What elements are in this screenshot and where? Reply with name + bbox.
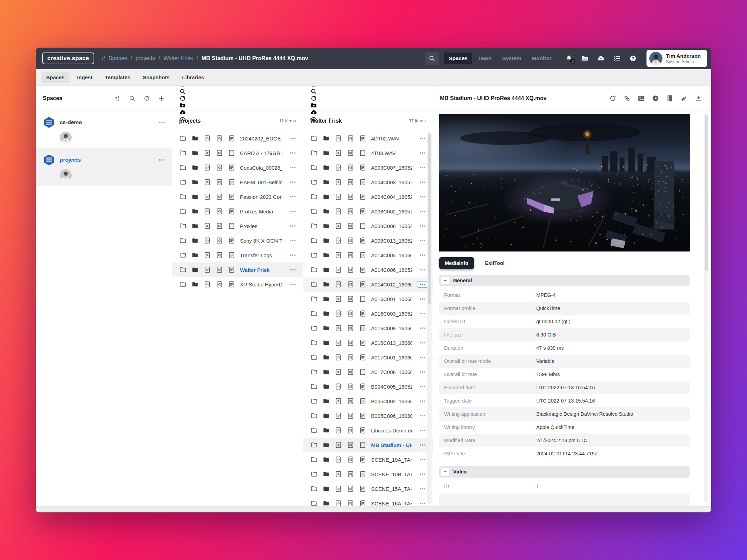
section-tab[interactable]: Ingest bbox=[72, 72, 97, 83]
more-actions-button[interactable] bbox=[417, 325, 429, 332]
user-menu[interactable]: Tim Anderson System Admin bbox=[646, 50, 707, 67]
collapse-button[interactable] bbox=[441, 277, 449, 284]
list-item[interactable]: Passion 2023 Conference bbox=[172, 189, 303, 204]
more-actions-button[interactable] bbox=[417, 339, 429, 346]
more-actions-button[interactable] bbox=[287, 266, 299, 273]
files-scrollbar[interactable] bbox=[427, 132, 432, 504]
more-actions-button[interactable] bbox=[287, 179, 299, 186]
more-actions-button[interactable] bbox=[417, 179, 429, 186]
library-button[interactable] bbox=[666, 95, 674, 102]
more-actions-button[interactable] bbox=[156, 119, 168, 126]
more-actions-button[interactable] bbox=[417, 237, 429, 244]
list-item[interactable]: B005C002_160604A9.mov bbox=[303, 394, 433, 408]
download-button[interactable] bbox=[694, 95, 702, 102]
list-item[interactable]: EAHM_001-Beltline_Lifestyle bbox=[172, 175, 303, 189]
more-actions-button[interactable] bbox=[417, 252, 429, 259]
more-actions-button[interactable] bbox=[287, 208, 299, 215]
breadcrumb-segment[interactable]: Walter Frisk/ bbox=[163, 55, 198, 62]
header-nav-item[interactable]: Team bbox=[474, 52, 496, 64]
header-nav-item[interactable]: System bbox=[498, 52, 526, 64]
list-item[interactable]: SCENE_16A_TAKE_2_stereo_05.wav bbox=[303, 496, 433, 506]
search-spaces-button[interactable] bbox=[129, 95, 136, 102]
list-item[interactable]: CARD A - 179GB (Zach) bbox=[172, 146, 303, 160]
help-button[interactable] bbox=[627, 55, 638, 62]
list-item[interactable]: A016C003_160529XK.mov bbox=[303, 306, 433, 321]
more-actions-button[interactable] bbox=[417, 456, 429, 463]
list-item[interactable]: A014C006_160522PK.mov bbox=[303, 262, 433, 277]
search-button[interactable] bbox=[310, 88, 317, 95]
section-tab[interactable]: Libraries bbox=[177, 72, 209, 83]
thumbnail-button[interactable] bbox=[637, 95, 645, 102]
list-item[interactable]: XR Studio HyperDeck Content bbox=[172, 277, 303, 292]
list-item[interactable]: MB Stadium - UHD ProRes 4444 XQ.... bbox=[303, 438, 433, 452]
list-item[interactable]: A016C013_160606WG.mov bbox=[303, 335, 433, 350]
more-actions-button[interactable] bbox=[287, 193, 299, 200]
file-browser-button[interactable] bbox=[579, 55, 591, 62]
list-item[interactable]: A008C002_1605238W.mov bbox=[303, 204, 433, 219]
scrollbar-thumb[interactable] bbox=[705, 115, 708, 271]
list-item[interactable]: 4DT02.WAV bbox=[303, 131, 433, 146]
breadcrumb-segment[interactable]: Spaces/ bbox=[109, 55, 132, 62]
more-actions-button[interactable] bbox=[417, 354, 429, 361]
list-item[interactable]: CocaCola_00028_Suja_Pickups bbox=[172, 160, 303, 175]
metadata-tab[interactable]: MediaInfo bbox=[439, 257, 474, 269]
list-item[interactable]: A003C007_160522JN.mov bbox=[303, 160, 433, 175]
more-actions-button[interactable] bbox=[417, 266, 429, 273]
more-actions-button[interactable] bbox=[287, 281, 299, 288]
more-actions-button[interactable] bbox=[417, 441, 429, 448]
cloud-sync-button[interactable] bbox=[595, 55, 607, 62]
more-actions-button[interactable] bbox=[417, 471, 429, 478]
section-tab[interactable]: Spaces bbox=[41, 72, 70, 83]
list-item[interactable]: A004C003_160522VR.mov bbox=[303, 175, 433, 189]
list-item[interactable]: B004C005_1605299N.mov bbox=[303, 379, 433, 394]
scrollbar-thumb[interactable] bbox=[428, 133, 431, 304]
more-actions-button[interactable] bbox=[417, 164, 429, 171]
more-actions-button[interactable] bbox=[417, 383, 429, 390]
list-item[interactable]: A004C004_160522PA.mov bbox=[303, 189, 433, 204]
more-actions-button[interactable] bbox=[417, 208, 429, 215]
list-item[interactable]: Walter Frisk bbox=[172, 262, 303, 277]
search-button[interactable] bbox=[179, 88, 186, 95]
video-preview-thumbnail[interactable] bbox=[439, 114, 690, 252]
list-item[interactable]: Libraries Demo.drt bbox=[303, 423, 433, 438]
more-actions-button[interactable] bbox=[417, 368, 429, 375]
collapse-button[interactable] bbox=[441, 468, 449, 476]
header-nav-item[interactable]: Monitor bbox=[527, 52, 556, 64]
more-actions-button[interactable] bbox=[417, 222, 429, 229]
refresh-metadata-button[interactable] bbox=[609, 95, 617, 102]
refresh-button[interactable] bbox=[179, 95, 186, 102]
accelerate-button[interactable] bbox=[680, 95, 688, 102]
list-item[interactable]: A017C001_160606QG.mov bbox=[303, 350, 433, 365]
list-item[interactable]: A008C008_160523WP.mov bbox=[303, 219, 433, 233]
global-search-button[interactable] bbox=[425, 52, 439, 65]
list-item[interactable]: A008C013_160523SF.mov bbox=[303, 233, 433, 248]
task-list-button[interactable] bbox=[611, 55, 622, 62]
refresh-button[interactable] bbox=[310, 95, 317, 102]
sort-button[interactable] bbox=[114, 95, 121, 102]
more-actions-button[interactable] bbox=[417, 485, 429, 492]
more-actions-button[interactable] bbox=[417, 427, 429, 434]
more-actions-button[interactable] bbox=[287, 237, 299, 244]
more-actions-button[interactable] bbox=[287, 164, 299, 171]
new-folder-button[interactable] bbox=[179, 102, 186, 109]
more-actions-button[interactable] bbox=[417, 281, 429, 288]
more-actions-button[interactable] bbox=[417, 135, 429, 142]
copy-link-button[interactable] bbox=[623, 95, 631, 102]
app-logo[interactable]: creative.space bbox=[42, 52, 94, 64]
list-item[interactable]: 20240202_EDGE-X_01001 bbox=[172, 131, 303, 146]
more-actions-button[interactable] bbox=[417, 412, 429, 419]
list-item[interactable]: B005C006_1606044X.mov bbox=[303, 408, 433, 423]
more-actions-button[interactable] bbox=[156, 156, 168, 163]
more-actions-button[interactable] bbox=[287, 222, 299, 229]
list-item[interactable]: A016C009_16060668.mov bbox=[303, 321, 433, 335]
breadcrumb-segment[interactable]: projects/ bbox=[136, 55, 160, 62]
refresh-spaces-button[interactable] bbox=[143, 95, 150, 102]
section-tab[interactable]: Snapshots bbox=[138, 72, 175, 83]
list-item[interactable]: A017C006_160606XT.mov bbox=[303, 365, 433, 379]
more-actions-button[interactable] bbox=[417, 398, 429, 405]
list-item[interactable]: Proxies bbox=[172, 219, 303, 233]
list-item[interactable]: ProRes Media bbox=[172, 204, 303, 219]
section-tab[interactable]: Templates bbox=[100, 72, 135, 83]
more-actions-button[interactable] bbox=[417, 310, 429, 317]
list-item[interactable]: A014C012_160602HD.mov bbox=[303, 277, 433, 292]
